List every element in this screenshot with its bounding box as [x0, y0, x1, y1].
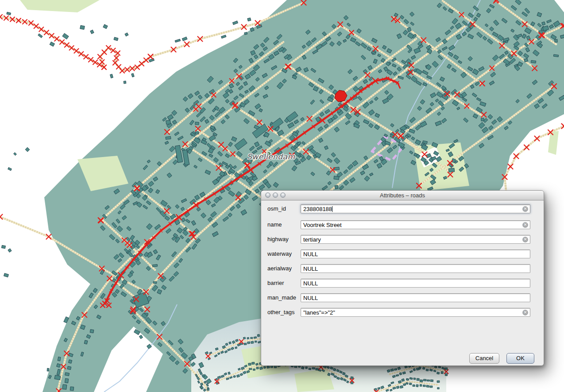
cancel-button[interactable]: Cancel: [469, 353, 499, 364]
field-value-aerialway: NULL: [301, 265, 318, 272]
field-label-other-tags: other_tags: [267, 308, 294, 317]
field-label-barrier: barrier: [267, 279, 284, 288]
field-value-other-tags: "lanes"=>"2": [301, 309, 335, 316]
field-value-osm-id: 238808188: [301, 206, 332, 212]
dialog-titlebar[interactable]: Attributes – roads: [261, 191, 544, 200]
field-row-highway: highway tertiary ✕: [261, 235, 544, 244]
field-value-highway: tertiary: [301, 236, 321, 243]
attributes-dialog: Attributes – roads osm_id 238808188 ✕ na…: [261, 190, 544, 366]
field-value-barrier: NULL: [301, 280, 318, 287]
field-row-aerialway: aerialway NULL: [261, 264, 544, 273]
clear-icon[interactable]: ✕: [522, 310, 528, 315]
field-label-osm-id: osm_id: [267, 204, 286, 213]
field-value-name: Voortrek Street: [301, 222, 342, 228]
field-input-aerialway[interactable]: NULL: [301, 264, 530, 273]
field-value-waterway: NULL: [301, 251, 318, 257]
field-row-name: name Voortrek Street ✕: [261, 220, 544, 229]
zoom-button[interactable]: [280, 192, 286, 198]
field-input-other-tags[interactable]: "lanes"=>"2" ✕: [301, 308, 530, 317]
dialog-title: Attributes – roads: [261, 191, 544, 200]
field-input-osm-id[interactable]: 238808188 ✕: [301, 204, 530, 213]
clear-icon[interactable]: ✕: [522, 222, 528, 228]
field-input-name[interactable]: Voortrek Street ✕: [301, 220, 530, 229]
field-input-barrier[interactable]: NULL: [301, 279, 530, 288]
field-input-highway[interactable]: tertiary ✕: [301, 235, 530, 244]
field-label-man-made: man_made: [267, 293, 296, 302]
field-input-waterway[interactable]: NULL: [301, 250, 530, 258]
field-label-aerialway: aerialway: [267, 264, 292, 273]
field-row-osm-id: osm_id 238808188 ✕: [261, 204, 544, 213]
clear-icon[interactable]: ✕: [522, 237, 528, 242]
field-input-man-made[interactable]: NULL: [301, 293, 530, 302]
text-cursor: [332, 206, 332, 212]
field-row-barrier: barrier NULL: [261, 279, 544, 288]
field-row-waterway: waterway NULL: [261, 250, 544, 258]
field-row-man-made: man_made NULL: [261, 293, 544, 302]
field-label-name: name: [267, 220, 282, 229]
ok-button[interactable]: OK: [506, 353, 534, 364]
field-value-man-made: NULL: [301, 295, 318, 301]
close-button[interactable]: [265, 192, 270, 198]
minimize-button[interactable]: [273, 192, 278, 198]
field-label-waterway: waterway: [267, 250, 292, 258]
field-label-highway: highway: [267, 235, 289, 244]
field-row-other-tags: other_tags "lanes"=>"2" ✕: [261, 308, 544, 317]
clear-icon[interactable]: ✕: [522, 206, 528, 212]
